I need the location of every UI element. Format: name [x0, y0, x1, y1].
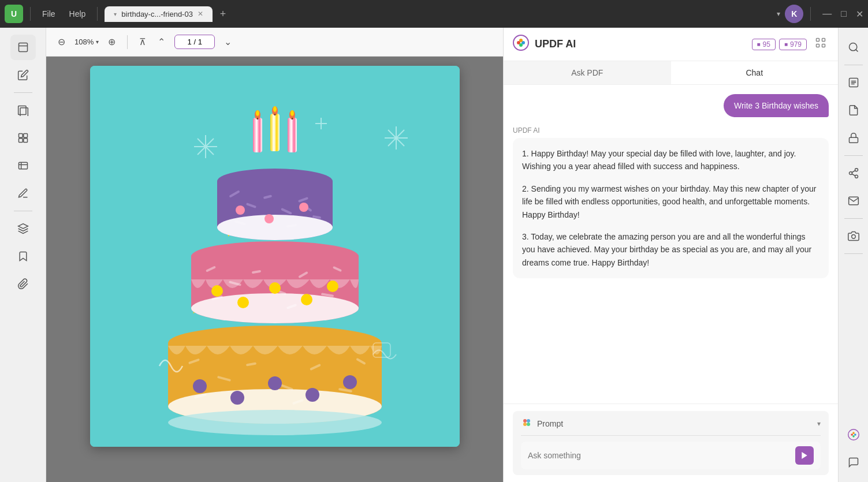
window-controls: — □ ✕ [822, 9, 863, 20]
user-avatar[interactable]: K [785, 5, 803, 23]
svg-rect-0 [18, 43, 27, 52]
svg-line-117 [852, 170, 855, 172]
tab-close-button[interactable]: ✕ [198, 10, 203, 18]
right-sidebar [838, 28, 868, 482]
pdf-content [46, 57, 503, 482]
next-page-button[interactable]: ⌄ [222, 34, 234, 50]
new-tab-button[interactable]: + [215, 6, 231, 22]
prompt-area: Prompt ▾ [504, 403, 838, 482]
svg-rect-6 [18, 139, 23, 143]
prev-page-button[interactable]: ⌃ [155, 34, 167, 50]
credit2-icon: ■ [784, 41, 788, 47]
svg-rect-100 [817, 39, 819, 42]
send-button[interactable] [795, 446, 814, 465]
svg-point-114 [849, 172, 852, 175]
ai-response-wrapper: UPDF AI 1. Happy Birthday! May your spec… [513, 126, 829, 278]
prompt-chevron-icon: ▾ [817, 420, 821, 428]
credit1-icon: ■ [757, 41, 761, 47]
svg-rect-5 [23, 134, 27, 138]
maximize-button[interactable]: □ [841, 9, 847, 19]
svg-point-104 [523, 419, 527, 423]
svg-point-70 [211, 285, 223, 297]
svg-point-105 [527, 419, 530, 423]
svg-point-89 [230, 391, 244, 405]
svg-rect-103 [822, 44, 825, 47]
sidebar-layers-icon[interactable] [10, 216, 36, 241]
right-camera-icon[interactable] [841, 223, 866, 249]
zoom-out-button[interactable]: ⊖ [55, 34, 68, 50]
sidebar-attachment-icon[interactable] [10, 271, 36, 297]
zoom-dropdown-icon[interactable]: ▾ [96, 39, 99, 45]
ai-message-content: 1. Happy Birthday! May your special day … [513, 138, 829, 278]
sidebar-divider-2 [14, 211, 32, 211]
tab-dropdown-icon: ▾ [114, 11, 117, 17]
right-chat-icon[interactable] [841, 450, 866, 475]
svg-point-71 [237, 297, 249, 308]
main-content: ⊖ 108% ▾ ⊕ ⊼ ⌃ ⌄ [0, 28, 868, 482]
svg-point-56 [299, 203, 308, 212]
page-input[interactable] [174, 35, 215, 49]
ask-input-row [521, 442, 821, 469]
right-divider-3 [844, 218, 863, 219]
svg-rect-102 [817, 44, 819, 47]
sidebar-organize-icon[interactable] [10, 125, 36, 151]
pdf-toolbar: ⊖ 108% ▾ ⊕ ⊼ ⌃ ⌄ [46, 28, 503, 57]
svg-point-93 [168, 410, 382, 435]
svg-line-110 [855, 50, 858, 52]
right-search-icon[interactable] [841, 35, 866, 60]
zoom-in-button[interactable]: ⊕ [106, 34, 118, 50]
help-menu[interactable]: Help [65, 7, 91, 21]
pdf-area: ⊖ 108% ▾ ⊕ ⊼ ⌃ ⌄ [46, 28, 503, 482]
left-sidebar [0, 28, 46, 482]
svg-point-99 [519, 43, 523, 47]
svg-point-119 [848, 429, 859, 440]
svg-point-91 [306, 388, 319, 402]
svg-point-123 [852, 435, 855, 438]
svg-point-92 [343, 375, 357, 389]
active-tab[interactable]: ▾ birthday-c...-friend-03 ✕ [105, 6, 213, 22]
sidebar-form-icon[interactable] [10, 153, 36, 178]
right-lock-icon[interactable] [841, 125, 866, 151]
svg-rect-112 [849, 137, 858, 143]
tab-chat[interactable]: Chat [671, 61, 839, 84]
sidebar-bookmark-icon[interactable] [10, 244, 36, 269]
first-page-button[interactable]: ⊼ [137, 34, 148, 50]
settings-icon[interactable] [813, 35, 829, 54]
right-share-icon[interactable] [841, 160, 866, 186]
svg-rect-101 [822, 39, 825, 42]
right-divider-2 [844, 155, 863, 156]
credit1-value: 95 [763, 40, 770, 48]
close-button[interactable]: ✕ [856, 9, 863, 20]
right-ai-icon[interactable] [841, 422, 866, 447]
svg-point-53 [217, 215, 333, 240]
user-message-wrapper: Write 3 Birthday wishes [513, 94, 829, 117]
minimize-button[interactable]: — [822, 9, 832, 19]
svg-point-120 [851, 434, 853, 436]
sidebar-reader-icon[interactable] [10, 35, 36, 60]
file-menu[interactable]: File [38, 7, 60, 21]
pdf-page [90, 66, 460, 447]
right-convert-icon[interactable] [841, 98, 866, 123]
svg-rect-2 [18, 106, 25, 115]
right-email-icon[interactable] [841, 188, 866, 214]
sidebar-annotate-icon[interactable] [10, 62, 36, 88]
ask-input-field[interactable] [528, 451, 791, 460]
svg-point-74 [327, 281, 338, 292]
tab-list-dropdown[interactable]: ▾ [777, 10, 780, 18]
svg-point-90 [268, 376, 282, 390]
svg-point-73 [301, 294, 312, 305]
svg-point-55 [265, 214, 274, 223]
svg-point-109 [849, 43, 856, 51]
svg-marker-11 [18, 224, 28, 229]
svg-point-113 [855, 169, 858, 171]
svg-point-115 [855, 175, 858, 178]
svg-point-31 [256, 110, 259, 116]
right-ocr-icon[interactable] [841, 70, 866, 95]
sidebar-pages-icon[interactable] [10, 98, 36, 123]
sidebar-sign-icon[interactable] [10, 181, 36, 206]
credit2-value: 979 [790, 40, 802, 48]
right-divider-4 [844, 253, 863, 254]
prompt-header[interactable]: Prompt ▾ [521, 417, 821, 431]
zoom-control: 108% ▾ [74, 38, 99, 46]
tab-ask-pdf[interactable]: Ask PDF [504, 61, 671, 84]
